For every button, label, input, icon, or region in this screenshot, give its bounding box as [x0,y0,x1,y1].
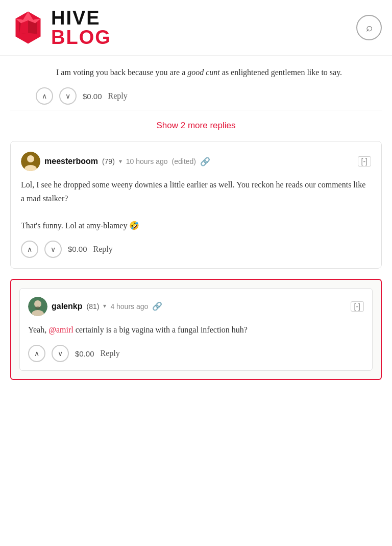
permalink-icon-galenkp[interactable]: 🔗 [152,301,162,311]
comment-card-meesterboom: meesterboom (79) ▾ 10 hours ago (edited)… [10,141,382,269]
comment-body-galenkp: Yeah, @amirl certainly is a big vagina w… [28,323,364,337]
downvote-button-meesterboom[interactable]: ∨ [44,241,62,258]
username-meesterboom[interactable]: meesterboom [44,157,98,166]
timestamp-galenkp: 4 hours ago [110,302,148,311]
comment2-vote-row: ∧ ∨ $0.00 Reply [28,345,364,362]
collapse-button-galenkp[interactable]: [-] [351,301,364,312]
collapse-button-meesterboom[interactable]: [-] [358,156,371,167]
vote-amount-galenkp: $0.00 [75,349,94,358]
hive-logo-icon [10,10,46,45]
logo-blog: BLOG [51,28,111,47]
username-galenkp[interactable]: galenkp [52,302,82,311]
svg-point-12 [34,300,41,307]
comment-body-meesterboom: Lol, I see he dropped some weeny downies… [21,178,371,232]
logo-text: HIVE BLOG [51,8,111,47]
main-content: I am voting you back because you are a g… [0,56,392,395]
reputation-galenkp: (81) [86,302,99,311]
comment-header-galenkp: galenkp (81) ▾ 4 hours ago 🔗 [-] [28,297,364,316]
upvote-button-meesterboom[interactable]: ∧ [21,241,38,258]
comment-card-galenkp: galenkp (81) ▾ 4 hours ago 🔗 [-] Yeah, @… [19,288,373,371]
permalink-icon-meesterboom[interactable]: 🔗 [200,157,210,167]
avatar-meesterboom [21,152,40,171]
down-arrow-icon: ∨ [58,349,63,358]
partial-comment-vote-row: ∧ ∨ $0.00 Reply [36,87,382,105]
partial-comment-area: I am voting you back because you are a g… [10,56,382,110]
vote-amount: $0.00 [83,92,102,101]
upvote-button[interactable]: ∧ [36,87,53,105]
downvote-button[interactable]: ∨ [59,87,77,105]
dropdown-arrow-meesterboom[interactable]: ▾ [119,158,122,165]
svg-point-9 [27,155,34,162]
comment-header-meesterboom: meesterboom (79) ▾ 10 hours ago (edited)… [21,152,371,171]
reputation-meesterboom: (79) [102,157,115,165]
site-header: HIVE BLOG ⌕ [0,0,392,56]
timestamp-meesterboom: 10 hours ago [126,157,168,165]
reply-button-meesterboom[interactable]: Reply [93,245,113,254]
reply-button[interactable]: Reply [108,91,128,101]
svg-point-14 [35,306,40,310]
dropdown-arrow-galenkp[interactable]: ▾ [103,302,106,310]
comment1-vote-row: ∧ ∨ $0.00 Reply [21,241,371,258]
show-more-replies-area: Show 2 more replies [10,121,382,131]
edited-tag-meesterboom: (edited) [172,157,196,165]
vote-amount-meesterboom: $0.00 [68,245,87,253]
search-button[interactable]: ⌕ [356,15,382,40]
upvote-button-galenkp[interactable]: ∧ [28,345,45,362]
partial-comment-body: I am voting you back because you are a g… [56,66,382,79]
logo-hive: HIVE [51,8,111,28]
comment-body-prefix: Yeah, [28,325,48,334]
up-arrow-icon: ∧ [27,245,32,253]
down-arrow-icon: ∨ [65,92,70,100]
nested-comment-wrapper-galenkp: galenkp (81) ▾ 4 hours ago 🔗 [-] Yeah, @… [10,279,382,380]
mention-amirl[interactable]: @amirl [48,325,74,334]
up-arrow-icon: ∧ [42,92,47,100]
downvote-button-galenkp[interactable]: ∨ [52,345,69,362]
reply-button-galenkp[interactable]: Reply [101,349,120,358]
avatar-galenkp [28,297,47,316]
search-icon: ⌕ [366,21,373,34]
show-more-replies-button[interactable]: Show 2 more replies [157,121,236,131]
logo-area: HIVE BLOG [10,8,111,47]
comment-body-suffix: certainly is a big vagina with a fungal … [74,325,248,334]
down-arrow-icon: ∨ [51,245,56,253]
up-arrow-icon: ∧ [34,349,39,358]
